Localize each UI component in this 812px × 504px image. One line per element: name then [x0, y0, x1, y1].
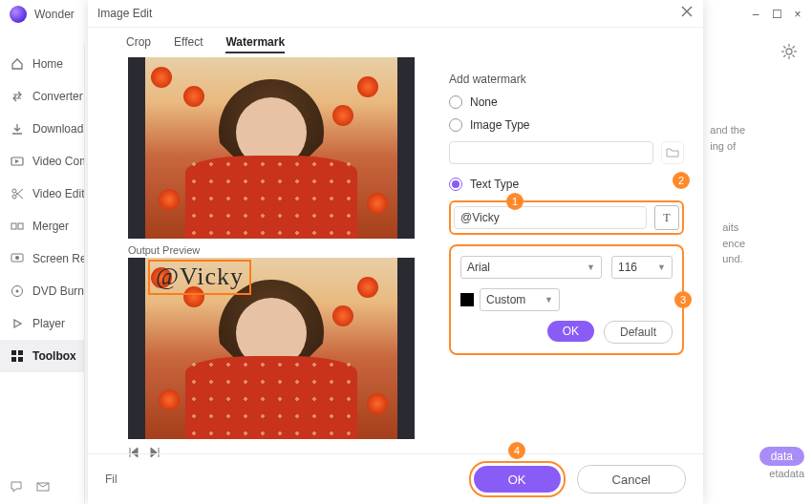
watermark-text-input[interactable]: [454, 206, 647, 229]
text-style-button[interactable]: T: [654, 205, 679, 230]
home-icon: [10, 56, 25, 72]
preview-column: Output Preview @Vicky: [88, 57, 439, 504]
dvd-icon: [10, 284, 25, 299]
sidebar-item-label: Video Compressor: [32, 155, 84, 168]
watermark-text-row: T: [449, 200, 684, 235]
window-controls: – ☐ ×: [749, 8, 804, 21]
chevron-down-icon: ▼: [587, 262, 595, 272]
color-mode-select[interactable]: Custom▼: [480, 288, 560, 311]
bottom-icons: [10, 480, 50, 496]
callout-2: 2: [673, 172, 690, 189]
svg-point-2: [786, 49, 792, 54]
app-window: Wonder – ☐ × and theing of aitsenceund. …: [0, 0, 812, 504]
option-image[interactable]: Image Type: [449, 118, 684, 132]
callout-1: 1: [506, 193, 524, 210]
option-text[interactable]: Text Type 2: [449, 178, 684, 191]
svg-rect-20: [11, 350, 16, 355]
sidebar-item-videoedit[interactable]: Video Editor: [0, 178, 84, 210]
maximize-icon[interactable]: ☐: [770, 8, 783, 21]
chevron-down-icon: ▼: [657, 262, 666, 272]
tab-effect[interactable]: Effect: [174, 35, 203, 53]
tabs: Crop Effect Watermark: [88, 28, 703, 57]
option-text-label: Text Type: [470, 178, 519, 191]
source-image: [145, 57, 397, 239]
sidebar-item-label: DVD Burner: [32, 284, 84, 298]
font-panel: Arial▼ 116▼ Custom▼ OK Default 3: [449, 244, 684, 355]
watermark-panel: Add watermark None Image Type Text Type …: [439, 57, 703, 504]
merger-icon: [10, 219, 25, 234]
sidebar-item-label: Home: [32, 57, 63, 71]
image-path-input[interactable]: [449, 141, 653, 164]
svg-point-12: [12, 189, 16, 193]
bg-pill-label[interactable]: data: [759, 447, 804, 466]
option-image-label: Image Type: [470, 118, 529, 132]
download-icon: [10, 121, 25, 136]
player-icon: [10, 316, 25, 331]
converter-icon: [10, 89, 25, 104]
image-edit-modal: Image Edit Crop Effect Watermark +: [88, 0, 703, 504]
svg-line-8: [793, 55, 795, 57]
callout-4: 4: [508, 442, 525, 459]
video-compress-icon: [10, 154, 25, 169]
sidebar-item-label: Screen Recorder: [32, 252, 84, 265]
watermark-overlay[interactable]: @Vicky: [148, 260, 251, 295]
sidebar-item-label: Toolbox: [32, 349, 76, 363]
sidebar-item-screenrec[interactable]: Screen Recorder: [0, 242, 84, 275]
option-none[interactable]: None: [449, 95, 684, 109]
svg-line-9: [793, 46, 795, 48]
sidebar-item-label: Player: [32, 317, 65, 330]
svg-rect-23: [18, 357, 23, 362]
font-panel-default-button[interactable]: Default: [604, 321, 673, 344]
sidebar-item-dvd[interactable]: DVD Burner: [0, 275, 84, 307]
bg-pill-sub: etadata: [769, 468, 804, 479]
radio-icon: [449, 118, 462, 132]
sidebar-item-label: Video Editor: [32, 187, 84, 200]
sidebar-item-player[interactable]: Player: [0, 307, 84, 340]
bg-pill: data etadata: [759, 447, 804, 479]
modal-footer: Fil 4 OK Cancel: [88, 453, 703, 504]
cancel-button[interactable]: Cancel: [577, 465, 686, 494]
sidebar-item-download[interactable]: Download: [0, 113, 84, 145]
sidebar-item-toolbox[interactable]: Toolbox: [0, 340, 84, 372]
close-icon[interactable]: ×: [791, 8, 804, 21]
font-select[interactable]: Arial▼: [460, 256, 602, 279]
text-icon: T: [663, 211, 670, 225]
svg-point-13: [12, 195, 16, 199]
font-size-select[interactable]: 116▼: [611, 256, 673, 279]
radio-icon: [449, 95, 462, 109]
toolbox-icon: [10, 348, 25, 364]
folder-icon: [666, 147, 679, 158]
scissors-icon: [10, 186, 25, 201]
sidebar-item-label: Download: [32, 122, 83, 136]
feedback-icon[interactable]: [10, 480, 23, 496]
ok-button[interactable]: OK: [474, 466, 561, 493]
modal-close-button[interactable]: [680, 5, 695, 20]
tab-watermark[interactable]: Watermark: [225, 35, 285, 53]
svg-line-10: [783, 55, 785, 57]
sidebar-item-videocompress[interactable]: Video Compressor: [0, 145, 84, 178]
option-none-label: None: [470, 95, 498, 109]
svg-rect-21: [18, 350, 23, 355]
minimize-icon[interactable]: –: [749, 8, 762, 21]
output-preview: @Vicky: [128, 258, 415, 439]
sidebar-item-label: Converter: [32, 90, 83, 103]
bg-text-1: and theing of: [710, 122, 745, 154]
font-panel-ok-button[interactable]: OK: [547, 321, 594, 342]
sidebar-item-converter[interactable]: Converter: [0, 80, 84, 113]
sidebar-item-home[interactable]: Home: [0, 48, 84, 80]
settings-button[interactable]: [781, 44, 797, 62]
sidebar: Home Converter Download Video Compressor…: [0, 44, 85, 504]
svg-point-17: [15, 256, 19, 260]
svg-point-19: [16, 290, 19, 293]
mail-icon[interactable]: [36, 480, 50, 496]
svg-line-7: [783, 46, 785, 48]
callout-3: 3: [674, 291, 692, 308]
color-swatch: [460, 293, 474, 306]
browse-button[interactable]: [661, 141, 684, 164]
tab-crop[interactable]: Crop: [126, 35, 151, 53]
gear-icon: [781, 44, 797, 59]
sidebar-item-merger[interactable]: Merger: [0, 210, 84, 242]
svg-rect-22: [11, 357, 16, 362]
bg-text-2: aitsenceund.: [722, 220, 745, 267]
svg-rect-14: [11, 223, 16, 229]
